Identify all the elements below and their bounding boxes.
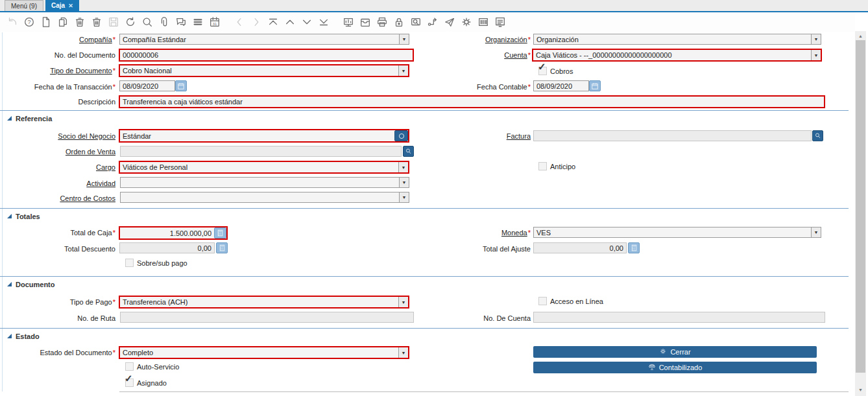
record-search-icon[interactable] (812, 130, 823, 141)
collapse-triangle-icon[interactable] (7, 334, 12, 338)
collapse-triangle-icon[interactable] (7, 282, 12, 286)
estado-section-title: Estado (16, 332, 40, 340)
print-preview-icon[interactable] (492, 15, 509, 29)
no-documento-label: No. del Documento (0, 51, 115, 59)
actividad-combo[interactable]: ▼ (120, 177, 409, 188)
refresh-icon[interactable] (122, 15, 139, 29)
workflow-icon[interactable] (424, 15, 441, 29)
contabilizado-button[interactable]: Contabilizado (533, 362, 817, 373)
chevron-down-icon[interactable]: ▼ (399, 178, 409, 187)
organizacion-combo[interactable]: Organización▼ (533, 34, 821, 45)
sobre-sub-pago-checkbox[interactable] (125, 259, 134, 267)
acceso-linea-checkbox[interactable] (538, 297, 547, 305)
chat-icon[interactable] (173, 15, 189, 29)
fecha-transaccion-input[interactable] (119, 80, 175, 91)
find-icon[interactable] (139, 15, 156, 29)
tipo-documento-label[interactable]: Tipo de Documento* (0, 67, 115, 75)
chevron-down-icon[interactable]: ▼ (398, 297, 408, 307)
calendar-picker-icon[interactable] (175, 80, 187, 91)
delete-record-icon[interactable] (71, 15, 88, 29)
tipo-pago-combo[interactable]: Transferencia (ACH)▼ (119, 296, 409, 309)
grid-toggle-icon[interactable] (189, 15, 206, 29)
first-record-icon[interactable] (265, 15, 282, 29)
chevron-down-icon[interactable]: ▼ (811, 34, 821, 44)
detail-record-icon[interactable] (298, 15, 315, 29)
compania-label[interactable]: Compañía* (0, 36, 115, 43)
last-record-icon[interactable] (315, 15, 332, 29)
print-icon[interactable] (374, 15, 391, 29)
calculator-icon[interactable] (216, 242, 228, 253)
scroll-down-icon[interactable]: ▼ (855, 385, 866, 394)
copy-record-icon[interactable] (54, 15, 71, 29)
centro-costos-combo[interactable]: ▼ (120, 192, 409, 203)
collapse-triangle-icon[interactable] (7, 214, 12, 218)
lock-icon[interactable] (391, 15, 407, 29)
request-icon[interactable] (441, 15, 458, 29)
fecha-contable-input[interactable] (533, 80, 589, 91)
product-info-icon[interactable] (475, 15, 492, 29)
centro-costos-label[interactable]: Centro de Costos (0, 194, 115, 202)
estado-documento-combo[interactable]: Completo▼ (119, 346, 409, 359)
help-icon[interactable]: ? (21, 15, 38, 29)
chevron-down-icon[interactable]: ▼ (398, 65, 408, 76)
parent-record-icon[interactable] (282, 15, 298, 29)
no-cuenta-input (533, 312, 825, 323)
tab-menu-label: Menú (9) (11, 3, 37, 10)
organizacion-label[interactable]: Organización* (415, 36, 531, 43)
calendar-icon[interactable]: 31 (206, 15, 223, 29)
total-ajuste-label: Total del Ajuste (415, 245, 531, 253)
close-icon[interactable]: ✕ (68, 3, 73, 9)
archive-icon[interactable] (357, 15, 374, 29)
calculator-icon[interactable] (214, 227, 226, 239)
socio-negocio-input[interactable] (120, 130, 394, 141)
fecha-contable-label: Fecha Contable* (415, 83, 531, 91)
scroll-up-icon[interactable]: ▲ (855, 31, 866, 40)
business-partner-search-icon[interactable] (394, 130, 408, 141)
no-documento-field[interactable] (119, 49, 414, 62)
cerrar-button[interactable]: Cerrar (533, 346, 817, 358)
auto-servicio-checkbox[interactable] (125, 362, 134, 371)
chevron-down-icon[interactable]: ▼ (811, 50, 821, 60)
moneda-combo[interactable]: VES▼ (533, 227, 821, 238)
moneda-label[interactable]: Moneda* (415, 229, 531, 237)
attachment-icon[interactable] (156, 15, 173, 29)
save-icon (105, 15, 122, 29)
chevron-down-icon[interactable]: ▼ (399, 192, 409, 202)
socio-negocio-field[interactable] (119, 129, 409, 143)
preferences-icon[interactable] (458, 15, 475, 29)
actividad-label[interactable]: Actividad (0, 180, 115, 187)
chevron-down-icon[interactable]: ▼ (811, 227, 821, 237)
no-documento-input[interactable] (120, 50, 413, 60)
report-icon[interactable] (340, 15, 357, 29)
factura-label[interactable]: Factura (415, 132, 531, 140)
total-caja-input[interactable] (120, 227, 214, 239)
zoom-across-icon[interactable] (407, 15, 424, 29)
collapse-triangle-icon[interactable] (7, 116, 12, 121)
cargo-combo[interactable]: Viáticos de Personal▼ (119, 161, 409, 174)
new-record-icon[interactable] (38, 15, 54, 29)
orden-venta-label[interactable]: Orden de Venta (0, 148, 115, 156)
calendar-picker-icon[interactable] (589, 80, 601, 91)
anticipo-checkbox[interactable] (538, 162, 547, 170)
auto-servicio-label: Auto-Servicio (137, 363, 179, 371)
scrollbar-thumb[interactable] (856, 40, 865, 373)
total-descuento-label: Total Descuento (0, 245, 115, 253)
record-search-icon[interactable] (403, 146, 414, 157)
tab-caja[interactable]: Caja✕ (45, 0, 79, 11)
delete-selection-icon[interactable] (88, 15, 105, 29)
calculator-icon[interactable] (628, 242, 640, 253)
tipo-documento-combo[interactable]: Cobro Nacional▼ (119, 64, 409, 77)
descripcion-input[interactable] (120, 97, 824, 107)
socio-negocio-label[interactable]: Socio del Negocio (0, 132, 115, 140)
cuenta-combo[interactable]: Caja Viáticos - --_00000000000000000000▼ (532, 49, 822, 62)
chevron-down-icon[interactable]: ▼ (399, 34, 409, 44)
tab-menu[interactable]: Menú (9) (5, 0, 43, 11)
compania-combo[interactable]: Compañía Estándar▼ (119, 34, 409, 45)
caja-window: Menú (9) Caja✕ ? 31 (0, 0, 868, 396)
descripcion-field[interactable] (119, 95, 825, 108)
chevron-down-icon[interactable]: ▼ (398, 162, 408, 172)
total-caja-field[interactable] (119, 226, 228, 240)
cuenta-label[interactable]: Cuenta* (415, 51, 531, 59)
chevron-down-icon[interactable]: ▼ (398, 347, 408, 358)
cargo-label[interactable]: Cargo (0, 163, 115, 171)
